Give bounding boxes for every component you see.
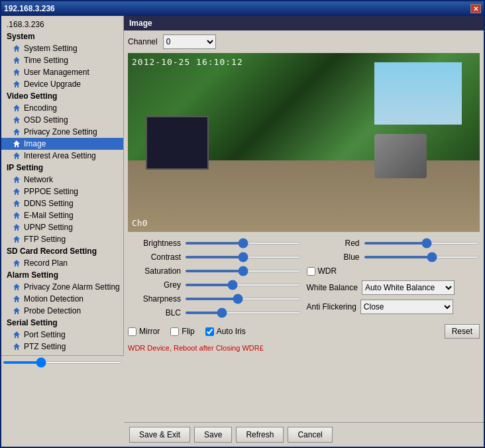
- red-label: Red: [307, 239, 360, 248]
- sidebar-scrollbar[interactable]: [3, 361, 123, 364]
- control-row-brightness: Brightness: [128, 237, 301, 249]
- svg-marker-18: [13, 308, 20, 314]
- house-icon: [12, 306, 21, 315]
- sidebar-item-upnp[interactable]: UPNP Setting: [1, 221, 123, 233]
- sidebar-item-pppoe[interactable]: PPPOE Setting: [1, 186, 123, 197]
- svg-marker-2: [13, 69, 20, 76]
- panel-title: Image: [129, 19, 152, 28]
- brightness-slider[interactable]: [185, 242, 301, 245]
- house-icon: [12, 175, 21, 184]
- house-icon: [12, 139, 21, 148]
- saturation-slider[interactable]: [185, 270, 301, 272]
- left-section: .168.3.236 System System Setting Time Se…: [1, 16, 124, 447]
- control-row-grey: Grey: [128, 279, 301, 291]
- sidebar-item-device-upgrade[interactable]: Device Upgrade: [1, 78, 123, 90]
- sidebar-item-encoding[interactable]: Encoding: [1, 102, 123, 114]
- sidebar-item-system-setting[interactable]: System Setting: [1, 42, 123, 54]
- control-row-wdr: WDR: [307, 265, 480, 277]
- right-controls-panel: Red Blue WDR: [307, 235, 480, 321]
- checkbox-reset-row: Mirror Flip Auto Iris Reset: [128, 321, 480, 341]
- wdr-checkbox[interactable]: [307, 267, 315, 276]
- sidebar-item-record-plan[interactable]: Record Plan: [1, 257, 123, 269]
- blc-slider[interactable]: [185, 311, 301, 314]
- mirror-checkbox[interactable]: [128, 327, 136, 336]
- save-button[interactable]: Save: [194, 427, 232, 443]
- refresh-button[interactable]: Refresh: [236, 427, 284, 443]
- panel-header: Image: [124, 16, 484, 30]
- red-slider[interactable]: [364, 242, 480, 245]
- anti-flickering-select[interactable]: Close 50Hz 60Hz: [360, 300, 453, 314]
- house-icon: [12, 115, 21, 125]
- sidebar-item-privacy-zone-setting[interactable]: Privacy Zone Setting: [1, 126, 123, 138]
- save-exit-button[interactable]: Save & Exit: [129, 427, 190, 443]
- mirror-checkbox-item: Mirror: [128, 327, 160, 336]
- sidebar-item-ddns[interactable]: DDNS Setting: [1, 197, 123, 209]
- house-icon: [12, 151, 21, 160]
- wdr-label: WDR: [318, 266, 337, 276]
- reset-button[interactable]: Reset: [445, 324, 480, 339]
- house-icon: [12, 294, 21, 304]
- channel-select[interactable]: 0: [163, 34, 216, 49]
- sidebar-item-osd-setting[interactable]: OSD Setting: [1, 114, 123, 126]
- sidebar-item-interest-area[interactable]: Interest Area Setting: [1, 150, 123, 162]
- sidebar-item-probe-detection[interactable]: Probe Detection: [1, 305, 123, 317]
- sidebar-item-ptz-setting[interactable]: PTZ Setting: [1, 341, 123, 353]
- sidebar-item-motion-detection[interactable]: Motion Detection: [1, 293, 123, 305]
- sidebar-item-user-management[interactable]: User Management: [1, 66, 123, 78]
- sidebar-section-serial: Serial Setting: [1, 317, 123, 329]
- sidebar-item-privacy-zone-alarm[interactable]: Privacy Zone Alarm Setting: [1, 281, 123, 293]
- sidebar-item-time-setting[interactable]: Time Setting: [1, 54, 123, 66]
- sidebar: .168.3.236 System System Setting Time Se…: [1, 16, 124, 355]
- house-icon: [12, 127, 21, 137]
- mirror-label: Mirror: [139, 327, 160, 336]
- sidebar-item-email[interactable]: E-Mail Setting: [1, 209, 123, 221]
- footer: Save & Exit Save Refresh Cancel: [124, 422, 484, 447]
- blue-slider[interactable]: [364, 256, 480, 258]
- video-ch-label: Ch0: [132, 218, 147, 228]
- white-balance-select[interactable]: Auto White Balance Manual Indoor Outdoor: [362, 280, 455, 295]
- house-icon: [12, 103, 21, 113]
- svg-marker-7: [13, 140, 20, 147]
- svg-marker-17: [13, 296, 20, 302]
- panel-body: Channel 0 2012-10-25 16:10:12 Ch0: [124, 30, 484, 422]
- title-bar: 192.168.3.236 ✕: [1, 1, 484, 16]
- house-icon: [12, 80, 21, 89]
- sidebar-item-port-setting[interactable]: Port Setting: [1, 329, 123, 341]
- white-balance-label: White Balance: [307, 283, 358, 292]
- left-controls-panel: Brightness Contrast Saturation: [128, 235, 301, 321]
- svg-marker-13: [13, 224, 20, 231]
- sidebar-item-network[interactable]: Network: [1, 174, 123, 186]
- flip-checkbox[interactable]: [170, 327, 179, 336]
- svg-marker-0: [13, 45, 20, 52]
- sharpness-slider[interactable]: [185, 298, 301, 300]
- auto-iris-checkbox[interactable]: [205, 327, 214, 336]
- svg-marker-12: [13, 212, 20, 219]
- sidebar-item-ftp[interactable]: FTP Setting: [1, 233, 123, 245]
- contrast-label: Contrast: [128, 252, 181, 262]
- video-camera-obj: [374, 134, 427, 179]
- wdr-warning: WDR Device, Reboot after Closing WDR£: [128, 341, 480, 355]
- house-icon: [12, 258, 21, 268]
- house-icon: [12, 282, 21, 292]
- house-icon: [12, 44, 21, 53]
- svg-marker-5: [13, 117, 20, 123]
- sidebar-section-system: System: [1, 30, 123, 42]
- house-icon: [12, 68, 21, 77]
- sidebar-item-image[interactable]: Image: [1, 138, 123, 150]
- house-icon: [12, 199, 21, 208]
- anti-flickering-label: Anti Flickering: [307, 302, 356, 311]
- window-title: 192.168.3.236: [4, 4, 55, 13]
- contrast-slider[interactable]: [185, 256, 301, 258]
- video-monitor: [146, 116, 209, 170]
- grey-slider[interactable]: [185, 284, 301, 286]
- checkbox-row: Mirror Flip Auto Iris: [128, 324, 246, 339]
- close-button[interactable]: ✕: [470, 4, 481, 13]
- sidebar-ip: .168.3.236: [1, 19, 123, 30]
- video-bg: [128, 53, 480, 232]
- house-icon: [12, 56, 21, 65]
- grey-label: Grey: [128, 280, 181, 290]
- house-icon: [12, 187, 21, 196]
- controls-area: Brightness Contrast Saturation: [128, 232, 480, 418]
- cancel-button[interactable]: Cancel: [288, 427, 332, 443]
- svg-marker-14: [13, 236, 20, 243]
